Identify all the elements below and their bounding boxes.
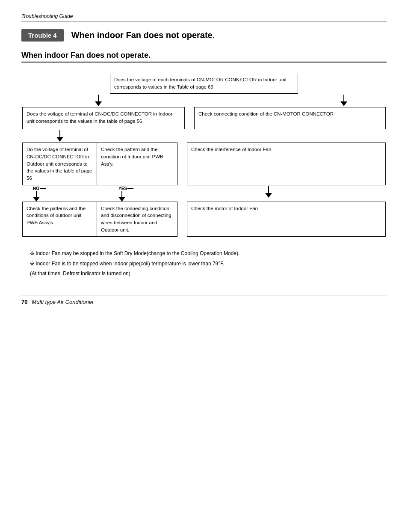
note-2: ※ Indoor Fan is to be stopped when Indoo…	[30, 260, 387, 268]
trouble-banner: Trouble 4 When indoor Fan does not opera…	[21, 29, 387, 42]
arrow-1	[95, 94, 102, 107]
header-title: Troubleshooting Guide	[21, 13, 73, 19]
footer: 70 Multi type Air Conditioner	[21, 295, 387, 305]
trouble-badge: Trouble 4	[21, 29, 64, 42]
trouble-heading: When indoor Fan does not operate.	[71, 30, 215, 40]
box-l4-right: Check the motor of Indoor Fan	[187, 202, 386, 237]
box-l3-mid: Check the pattern and the condition of I…	[97, 143, 177, 185]
box-l4-far-left: Check the patterns and the conditions of…	[22, 202, 97, 237]
box-l2-left: Does the voltage of terminal of CN-DC/DC…	[22, 107, 185, 129]
yes-label: YES	[118, 186, 127, 191]
footer-doc: Multi type Air Conditioner	[32, 299, 94, 305]
note-3: (At that times, Defrost indicator is tur…	[30, 270, 387, 278]
arrow-2	[340, 94, 347, 107]
arrow-3	[56, 129, 63, 143]
box-l2-right: Check connecting condition of the CN-MOT…	[194, 107, 386, 129]
no-label: NO	[33, 186, 39, 191]
footer-page: 70	[21, 299, 27, 305]
flowchart: Does the voltage of each terminals of CN…	[22, 73, 386, 237]
box-top: Does the voltage of each terminals of CN…	[110, 73, 298, 94]
box-l4-mid: Check the connecting condition and disco…	[97, 202, 177, 237]
box-l3-right: Check the interference of Indoor Fan.	[187, 143, 386, 185]
arrow-right	[265, 185, 272, 199]
notes: ※ Indoor Fan may be stopped in the Soft …	[30, 250, 387, 278]
note-1: ※ Indoor Fan may be stopped in the Soft …	[30, 250, 387, 258]
section-heading: When indoor Fan does not operate.	[21, 51, 387, 62]
header: Troubleshooting Guide	[21, 13, 387, 21]
box-l3-far-left: Do the voltage of terminal of CN-DC/DC C…	[22, 143, 97, 185]
